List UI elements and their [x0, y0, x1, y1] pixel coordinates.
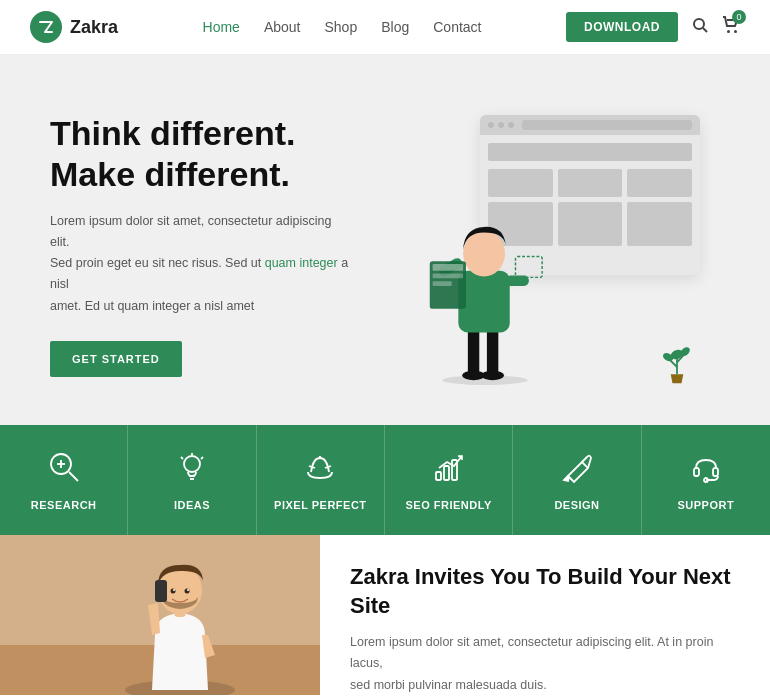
svg-point-28 — [184, 456, 200, 472]
browser-dot — [488, 122, 494, 128]
browser-cell — [627, 202, 692, 246]
search-icon[interactable] — [692, 17, 708, 37]
browser-header-bar — [488, 143, 692, 161]
plant-illustration — [662, 340, 692, 385]
nav-item-blog[interactable]: Blog — [381, 18, 409, 36]
nav-item-shop[interactable]: Shop — [325, 18, 358, 36]
svg-rect-50 — [155, 580, 167, 602]
svg-point-53 — [173, 589, 175, 591]
svg-rect-15 — [433, 274, 463, 279]
browser-bar — [480, 115, 700, 135]
nav-link-home[interactable]: Home — [203, 19, 240, 35]
svg-rect-16 — [433, 281, 452, 286]
nav-link-blog[interactable]: Blog — [381, 19, 409, 35]
hero-right — [385, 105, 720, 385]
svg-rect-38 — [444, 466, 449, 480]
svg-point-8 — [481, 371, 504, 381]
nav-item-home[interactable]: Home — [203, 18, 240, 36]
nav-item-about[interactable]: About — [264, 18, 301, 36]
svg-point-51 — [171, 589, 176, 594]
svg-rect-40 — [694, 468, 699, 476]
svg-line-36 — [309, 466, 315, 468]
svg-point-3 — [734, 30, 737, 33]
hero-left: Think different. Make different. Lorem i… — [50, 113, 352, 377]
nav-right: DOWNLOAD 0 — [566, 12, 740, 42]
design-icon — [560, 450, 594, 489]
pixel-perfect-icon — [303, 450, 337, 489]
logo-area[interactable]: Zakra — [30, 11, 118, 43]
feature-pixel-perfect[interactable]: PIXEL PERFECT — [257, 425, 385, 535]
nav-link-shop[interactable]: Shop — [325, 19, 358, 35]
pixel-perfect-label: PIXEL PERFECT — [274, 499, 366, 511]
bottom-text: Zakra Invites You To Build Your Next Sit… — [320, 535, 770, 700]
feature-design[interactable]: DESIGN — [513, 425, 641, 535]
cart-badge: 0 — [732, 10, 746, 24]
hero-section: Think different. Make different. Lorem i… — [0, 55, 770, 425]
svg-line-35 — [325, 466, 331, 468]
browser-dot — [508, 122, 514, 128]
browser-cell — [627, 169, 692, 197]
support-label: SUPPORT — [677, 499, 734, 511]
feature-support[interactable]: SUPPORT — [642, 425, 770, 535]
research-label: RESEARCH — [31, 499, 97, 511]
nav-link-about[interactable]: About — [264, 19, 301, 35]
seo-label: SEO FRIENDLY — [406, 499, 492, 511]
browser-cell — [558, 169, 623, 197]
browser-cell — [558, 202, 623, 246]
hero-description: Lorem ipsum dolor sit amet, consectetur … — [50, 211, 352, 317]
svg-rect-9 — [458, 271, 509, 333]
bottom-description: Lorem ipsum dolor sit amet, consectetur … — [350, 632, 740, 696]
nav-item-contact[interactable]: Contact — [433, 18, 481, 36]
feature-research[interactable]: RESEARCH — [0, 425, 128, 535]
svg-point-2 — [727, 30, 730, 33]
seo-icon — [432, 450, 466, 489]
bottom-section: Zakra Invites You To Build Your Next Sit… — [0, 535, 770, 700]
svg-rect-14 — [433, 264, 463, 271]
svg-point-10 — [463, 231, 505, 277]
svg-line-31 — [201, 457, 203, 459]
navbar: Zakra Home About Shop Blog Contact DOWNL… — [0, 0, 770, 55]
hero-title: Think different. Make different. — [50, 113, 352, 195]
svg-point-0 — [694, 19, 704, 29]
svg-point-54 — [187, 589, 189, 591]
svg-rect-41 — [713, 468, 718, 476]
svg-rect-37 — [436, 472, 441, 480]
svg-rect-17 — [515, 256, 542, 277]
logo-icon — [30, 11, 62, 43]
svg-line-30 — [181, 457, 183, 459]
bottom-image — [0, 535, 320, 695]
design-label: DESIGN — [554, 499, 599, 511]
svg-line-25 — [69, 472, 78, 481]
svg-line-1 — [703, 28, 707, 32]
bottom-title: Zakra Invites You To Build Your Next Sit… — [350, 563, 740, 620]
feature-seo[interactable]: SEO FRIENDLY — [385, 425, 513, 535]
features-bar: RESEARCH IDEAS PIXEL P — [0, 425, 770, 535]
person-illustration — [425, 185, 545, 385]
download-button[interactable]: DOWNLOAD — [566, 12, 678, 42]
svg-point-52 — [185, 589, 190, 594]
browser-dot — [498, 122, 504, 128]
ideas-label: IDEAS — [174, 499, 210, 511]
nav-link-contact[interactable]: Contact — [433, 19, 481, 35]
nav-links: Home About Shop Blog Contact — [203, 18, 482, 36]
research-icon — [47, 450, 81, 489]
cart-icon[interactable]: 0 — [722, 16, 740, 38]
browser-address — [522, 120, 692, 130]
feature-ideas[interactable]: IDEAS — [128, 425, 256, 535]
logo-text: Zakra — [70, 17, 118, 38]
ideas-icon — [175, 450, 209, 489]
support-icon — [689, 450, 723, 489]
get-started-button[interactable]: GET STARTED — [50, 341, 182, 377]
